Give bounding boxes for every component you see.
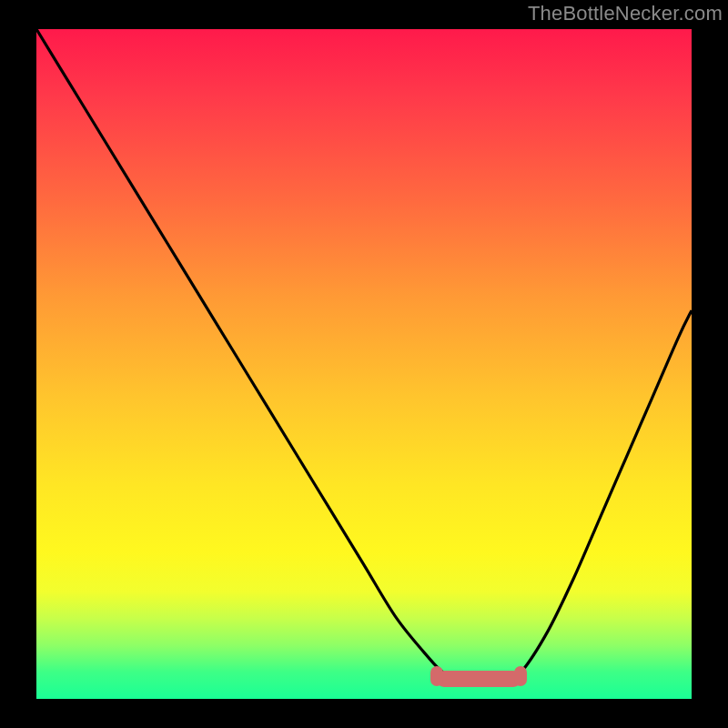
chart-frame: TheBottleNecker.com — [0, 0, 728, 728]
optimal-range-marker — [436, 671, 521, 687]
optimal-range-cap-right — [514, 666, 527, 686]
bottleneck-curve — [36, 29, 692, 699]
plot-area — [36, 29, 692, 699]
optimal-range-cap-left — [430, 666, 443, 686]
watermark-text: TheBottleNecker.com — [528, 2, 723, 25]
